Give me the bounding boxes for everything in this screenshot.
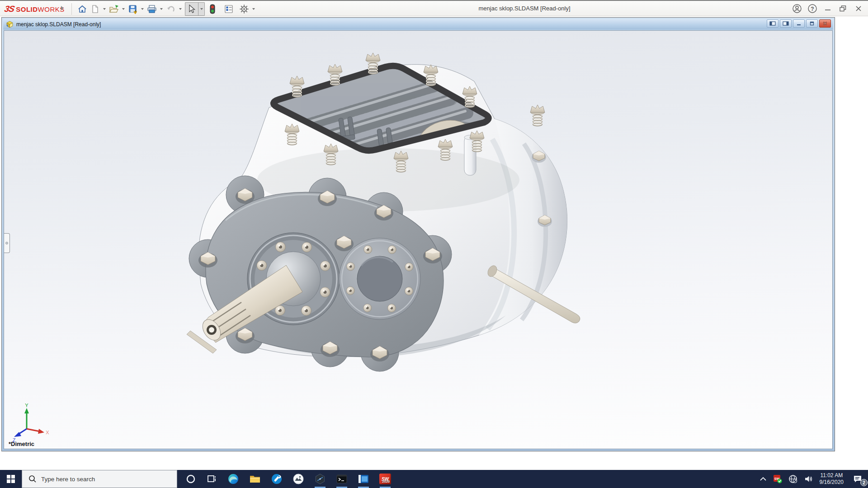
interference-check-button[interactable] bbox=[206, 3, 219, 15]
pane-right-icon bbox=[783, 21, 789, 26]
select-tool-dropdown[interactable] bbox=[198, 3, 204, 15]
assembly-document-icon bbox=[6, 21, 14, 28]
clock-time: 11:02 AM bbox=[820, 472, 844, 479]
speaker-icon bbox=[804, 474, 813, 483]
print-button[interactable] bbox=[146, 3, 158, 15]
logo-glyph: 3S bbox=[4, 4, 15, 14]
select-tool-group bbox=[185, 2, 205, 16]
doc-close-button[interactable] bbox=[819, 19, 831, 28]
cover-stud[interactable] bbox=[530, 105, 545, 126]
edge-icon bbox=[227, 473, 239, 485]
taskbar-app-solidworks[interactable]: SW 2020 bbox=[374, 470, 396, 488]
feature-manager-collapsed-tab[interactable] bbox=[4, 233, 10, 253]
print-dropdown[interactable] bbox=[158, 3, 165, 15]
file-explorer-icon bbox=[249, 473, 261, 485]
tray-chevron-button[interactable] bbox=[756, 470, 770, 488]
chevron-up-icon bbox=[760, 477, 767, 481]
doc-minimize-icon bbox=[796, 21, 802, 26]
taskbar-search[interactable] bbox=[22, 470, 177, 488]
taskbar-app-file-explorer[interactable] bbox=[244, 470, 266, 488]
doc-restore-button[interactable] bbox=[806, 19, 818, 28]
app-title-bar: 3S SOLID WORKS bbox=[0, 0, 868, 16]
new-document-icon bbox=[90, 5, 99, 14]
properties-button[interactable] bbox=[222, 3, 235, 15]
action-center-button[interactable]: 2 bbox=[847, 470, 868, 488]
taskbar-app-command-prompt[interactable] bbox=[331, 470, 353, 488]
app-window-controls: ? bbox=[790, 1, 865, 16]
open-dropdown[interactable] bbox=[120, 3, 127, 15]
cover-screw[interactable] bbox=[405, 287, 413, 295]
orientation-triad: Y X Z bbox=[11, 404, 52, 444]
system-tray: SW 11:02 AM 9/16/2020 2 bbox=[756, 470, 868, 488]
windows-logo-icon bbox=[7, 475, 15, 483]
cortana-button[interactable] bbox=[180, 470, 202, 488]
tray-network-button[interactable] bbox=[785, 470, 801, 488]
taskbar-app-settings-tools[interactable] bbox=[266, 470, 288, 488]
print-icon bbox=[147, 5, 157, 14]
doc-restore-icon bbox=[809, 21, 815, 26]
wrench-circle-icon bbox=[271, 473, 283, 485]
cover-screw[interactable] bbox=[302, 305, 311, 315]
user-account-button[interactable] bbox=[790, 2, 804, 15]
select-tool-button[interactable] bbox=[185, 3, 198, 15]
close-button[interactable] bbox=[852, 2, 865, 15]
taskbar-app-edge[interactable] bbox=[222, 470, 244, 488]
gearbox-3d-model[interactable] bbox=[4, 31, 832, 450]
save-button[interactable] bbox=[127, 3, 139, 15]
triad-y-label: Y bbox=[25, 404, 28, 408]
taskbar-app-photos[interactable] bbox=[288, 470, 309, 488]
task-view-button[interactable] bbox=[201, 470, 222, 488]
home-button[interactable] bbox=[76, 3, 89, 15]
search-input[interactable] bbox=[41, 476, 159, 483]
new-document-dropdown[interactable] bbox=[101, 3, 108, 15]
help-icon: ? bbox=[807, 4, 817, 14]
tray-clock[interactable]: 11:02 AM 9/16/2020 bbox=[816, 472, 847, 486]
cover-screw[interactable] bbox=[388, 246, 396, 254]
new-document-button[interactable] bbox=[89, 3, 101, 15]
help-button[interactable]: ? bbox=[806, 2, 819, 15]
taskbar-app-media[interactable] bbox=[353, 470, 374, 488]
doc-close-icon bbox=[822, 21, 828, 26]
cover-screw[interactable] bbox=[257, 260, 267, 270]
undo-dropdown[interactable] bbox=[177, 3, 184, 15]
cover-screw[interactable] bbox=[387, 304, 396, 312]
task-view-icon bbox=[207, 474, 217, 484]
document-title-bar[interactable]: menjac sklop.SLDASM [Read-only] bbox=[3, 19, 833, 30]
cover-screw[interactable] bbox=[364, 245, 372, 253]
show-right-pane-button[interactable] bbox=[780, 19, 792, 28]
document-window-controls bbox=[767, 19, 831, 28]
triad-x-label: X bbox=[46, 430, 49, 435]
restore-icon bbox=[839, 5, 847, 12]
undo-button[interactable] bbox=[165, 3, 177, 15]
photos-icon bbox=[292, 473, 304, 485]
svg-text:?: ? bbox=[811, 6, 814, 12]
start-button[interactable] bbox=[0, 470, 22, 488]
cover-screw[interactable] bbox=[405, 263, 413, 271]
minimize-button[interactable] bbox=[821, 2, 835, 15]
taskbar-app-hexagon[interactable] bbox=[309, 470, 331, 488]
menu-flyout-arrow-icon[interactable] bbox=[61, 5, 64, 11]
notification-badge: 2 bbox=[860, 479, 868, 486]
open-button[interactable] bbox=[108, 3, 120, 15]
show-left-pane-button[interactable] bbox=[767, 19, 778, 28]
cover-screw[interactable] bbox=[320, 287, 330, 297]
user-icon bbox=[792, 4, 802, 14]
gear-icon bbox=[239, 4, 249, 14]
cover-screw[interactable] bbox=[302, 242, 312, 252]
cover-screw[interactable] bbox=[346, 286, 354, 295]
graphics-viewport[interactable]: Y X Z *Dimetric bbox=[4, 30, 833, 449]
options-dropdown[interactable] bbox=[250, 3, 257, 15]
doc-minimize-button[interactable] bbox=[793, 19, 805, 28]
inspection-cover[interactable] bbox=[339, 238, 420, 319]
options-button[interactable] bbox=[238, 3, 250, 15]
tray-solidworks-monitor[interactable]: SW bbox=[770, 470, 785, 488]
panel-tab-grip bbox=[5, 242, 8, 244]
cover-screw[interactable] bbox=[320, 261, 330, 271]
search-icon bbox=[28, 475, 37, 483]
tray-volume-button[interactable] bbox=[801, 470, 816, 488]
save-dropdown[interactable] bbox=[139, 3, 146, 15]
cover-screw[interactable] bbox=[275, 242, 285, 252]
restore-button[interactable] bbox=[836, 2, 850, 15]
cover-screw[interactable] bbox=[363, 304, 372, 312]
cover-screw[interactable] bbox=[347, 263, 355, 271]
